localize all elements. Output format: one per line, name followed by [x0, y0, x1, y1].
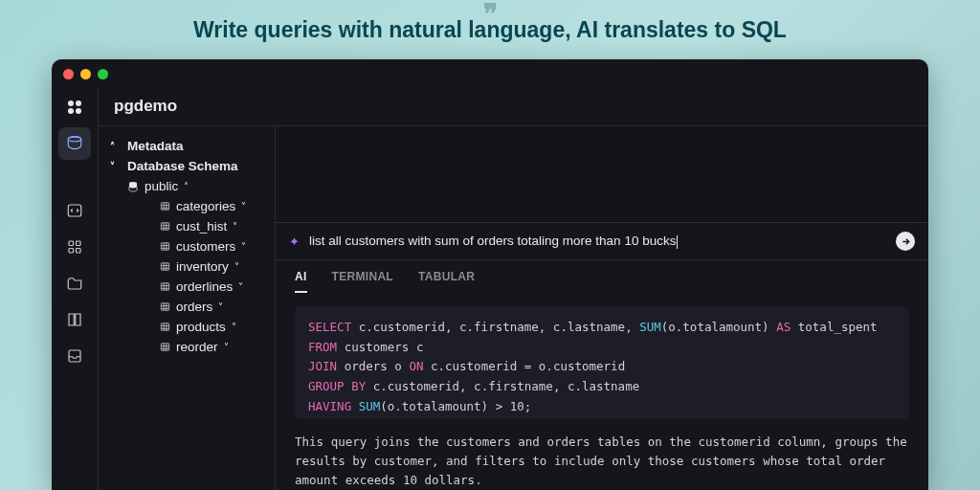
tree-label: Database Schema [127, 159, 238, 173]
tree-label: products [176, 320, 226, 334]
svg-point-4 [68, 137, 81, 142]
svg-rect-14 [161, 263, 168, 270]
table-icon [160, 281, 170, 292]
grid-icon[interactable] [58, 231, 91, 263]
code-icon[interactable] [58, 194, 91, 227]
svg-point-1 [76, 100, 81, 106]
prompt-bar: ✦ list all customers with sum of orders … [276, 222, 928, 260]
chevron-down-icon: ˅ [233, 221, 244, 232]
logo-icon[interactable] [58, 91, 91, 123]
maximize-icon[interactable] [98, 69, 108, 79]
nav-rail [52, 87, 98, 490]
prompt-input[interactable]: list all customers with sum of orders to… [309, 234, 886, 248]
tab-tabular[interactable]: TABULAR [418, 270, 475, 293]
app-window: pgdemo ˄ Metadata ˅ Database Schema [52, 59, 928, 490]
tree-schema-public[interactable]: public ˄ [123, 176, 267, 196]
page-title: pgdemo [99, 87, 928, 125]
svg-rect-18 [161, 344, 168, 350]
schema-icon [127, 181, 139, 192]
table-icon [160, 322, 170, 332]
text-cursor [677, 235, 678, 249]
submit-button[interactable] [896, 232, 915, 251]
svg-point-2 [68, 108, 74, 114]
svg-rect-11 [161, 203, 168, 210]
tree-label: categories [176, 199, 235, 213]
tree-label: customers [176, 239, 235, 254]
tree-label: orderlines [176, 279, 233, 294]
schema-sidebar: ˄ Metadata ˅ Database Schema public [99, 126, 275, 490]
tree-section-schema[interactable]: ˅ Database Schema [106, 156, 267, 176]
svg-rect-7 [77, 241, 81, 246]
tree-table-item[interactable]: inventory ˅ [156, 256, 267, 277]
tab-ai[interactable]: AI [295, 270, 307, 293]
svg-rect-9 [77, 249, 81, 254]
folder-icon[interactable] [58, 267, 91, 300]
database-icon[interactable] [58, 127, 91, 160]
table-icon [160, 201, 170, 212]
tree-table-item[interactable]: categories ˅ [156, 196, 267, 216]
chevron-down-icon: ˅ [241, 241, 253, 252]
tree-table-item[interactable]: cust_hist ˅ [156, 216, 267, 236]
svg-rect-13 [161, 243, 168, 250]
chevron-down-icon: ˅ [232, 322, 243, 332]
tree-table-item[interactable]: products ˅ [156, 317, 267, 337]
prompt-text: list all customers with sum of orders to… [309, 234, 676, 248]
tree-label: reorder [176, 340, 218, 354]
svg-rect-12 [161, 223, 168, 230]
sql-explanation: This query joins the customers and order… [276, 429, 928, 490]
tree-table-item[interactable]: reorder ˅ [156, 337, 267, 357]
chevron-down-icon: ˅ [218, 301, 230, 312]
table-icon [160, 301, 170, 312]
tree-label: Metadata [127, 139, 184, 153]
table-icon [160, 241, 170, 252]
table-icon [160, 261, 170, 272]
sparkle-icon: ✦ [289, 234, 300, 249]
tree-section-metadata[interactable]: ˄ Metadata [106, 136, 267, 156]
tree-label: orders [176, 300, 212, 314]
close-icon[interactable] [63, 69, 74, 79]
sql-code-block: SELECT c.customerid, c.firstname, c.last… [295, 306, 909, 419]
chevron-down-icon: ˅ [110, 161, 122, 171]
minimize-icon[interactable] [80, 69, 91, 79]
svg-rect-6 [69, 241, 74, 246]
table-icon [160, 342, 170, 352]
chevron-down-icon: ˅ [224, 342, 235, 352]
svg-rect-15 [161, 283, 168, 290]
tree-table-item[interactable]: orderlines ˅ [156, 277, 267, 297]
svg-point-3 [76, 108, 81, 114]
svg-rect-17 [161, 323, 168, 330]
tree-label: public [145, 179, 178, 193]
chevron-up-icon: ˄ [110, 141, 122, 151]
svg-rect-16 [161, 303, 168, 310]
chevron-down-icon: ˅ [238, 281, 250, 292]
svg-rect-8 [69, 249, 74, 254]
chevron-down-icon: ˅ [241, 201, 253, 212]
tab-terminal[interactable]: TERMINAL [332, 270, 393, 293]
editor-panel: ✦ list all customers with sum of orders … [275, 126, 928, 490]
editor-empty-area [276, 126, 928, 222]
tree-table-item[interactable]: orders ˅ [156, 297, 267, 317]
inbox-icon[interactable] [58, 340, 91, 372]
table-icon [160, 221, 170, 232]
tree-table-item[interactable]: customers ˅ [156, 236, 267, 256]
svg-rect-5 [68, 205, 81, 216]
window-traffic-lights [52, 59, 928, 87]
chevron-up-icon: ˄ [184, 181, 195, 191]
chevron-down-icon: ˅ [234, 261, 246, 272]
tree-label: inventory [176, 259, 229, 274]
book-icon[interactable] [58, 303, 91, 336]
tree-label: cust_hist [176, 219, 227, 234]
svg-point-0 [68, 100, 74, 106]
result-tabs: AI TERMINAL TABULAR [276, 260, 928, 293]
quote-decor: ❞ [483, 0, 498, 30]
